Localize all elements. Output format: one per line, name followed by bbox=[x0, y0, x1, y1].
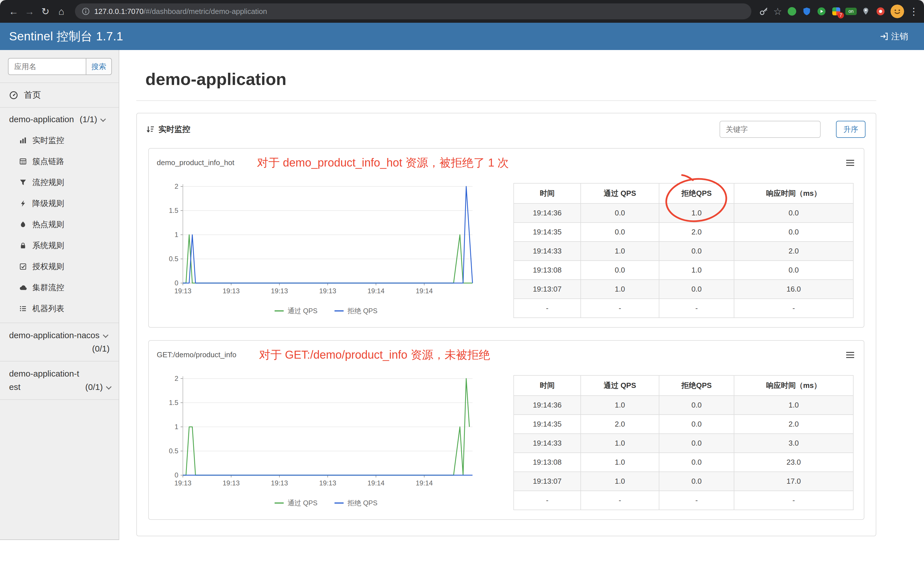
legend-item[interactable]: 拒绝 QPS bbox=[334, 306, 377, 316]
extension-icon-pin[interactable] bbox=[861, 6, 871, 16]
sidebar-item-hotspot-rules[interactable]: 热点规则 bbox=[0, 214, 119, 235]
url-bar[interactable]: 127.0.0.1:7070/#/dashboard/metric/demo-a… bbox=[75, 3, 752, 19]
sidebar-item-cluster-link[interactable]: 簇点链路 bbox=[0, 151, 119, 172]
extension-icon-play[interactable] bbox=[817, 6, 826, 16]
resource-name: demo_product_info_hot bbox=[157, 158, 234, 167]
sidebar-item-demo-application-test[interactable]: demo-application-test (0/1) bbox=[0, 361, 119, 400]
sidebar-item-label: 授权规则 bbox=[32, 261, 64, 272]
legend-marker bbox=[274, 502, 284, 504]
extension-icon-shield[interactable] bbox=[802, 6, 812, 16]
legend-label: 拒绝 QPS bbox=[348, 306, 377, 316]
svg-text:19:13: 19:13 bbox=[319, 287, 336, 295]
sidebar-item-home[interactable]: 首页 bbox=[0, 83, 119, 108]
svg-text:19:14: 19:14 bbox=[416, 287, 433, 295]
table-row: 19:14:361.00.01.0 bbox=[514, 396, 853, 415]
search-button[interactable]: 搜索 bbox=[86, 58, 112, 75]
sidebar-item-cluster-flow[interactable]: 集群流控 bbox=[0, 277, 119, 298]
extension-icon-red[interactable] bbox=[876, 6, 885, 16]
svg-text:19:14: 19:14 bbox=[368, 287, 384, 295]
table-cell: - bbox=[514, 491, 581, 510]
sort-ascending-button[interactable]: 升序 bbox=[836, 121, 866, 138]
table-cell: 0.0 bbox=[734, 203, 853, 223]
svg-text:1: 1 bbox=[175, 423, 178, 430]
extension-icon-grid[interactable]: 7 bbox=[831, 6, 841, 16]
table-cell: 1.0 bbox=[734, 396, 853, 415]
table-column-header: 时间 bbox=[514, 183, 581, 203]
forward-button[interactable]: → bbox=[22, 3, 38, 19]
table-cell: 1.0 bbox=[581, 280, 659, 299]
sidebar-item-label: 机器列表 bbox=[32, 303, 64, 314]
qps-chart-container: 00.511.5219:1319:1319:1319:1319:1419:14 … bbox=[156, 367, 496, 508]
table-cell: 2.0 bbox=[734, 415, 853, 434]
sidebar-item-machine-list[interactable]: 机器列表 bbox=[0, 298, 119, 319]
legend-item[interactable]: 通过 QPS bbox=[274, 306, 318, 316]
bookmark-star-icon[interactable]: ☆ bbox=[774, 6, 782, 16]
svg-text:1.5: 1.5 bbox=[169, 207, 178, 214]
table-cell: - bbox=[581, 491, 659, 510]
table-cell: 3.0 bbox=[734, 434, 853, 453]
sidebar-item-label: 流控规则 bbox=[32, 177, 64, 188]
browser-menu-icon[interactable]: ⋮ bbox=[909, 6, 918, 16]
sidebar-item-system-rules[interactable]: 系统规则 bbox=[0, 235, 119, 256]
table-header-row: 时间通过 QPS拒绝QPS响应时间（ms） bbox=[514, 183, 853, 203]
resource-card-get-demo-product-info: GET:/demo/product_info 对于 GET:/demo/prod… bbox=[148, 340, 864, 520]
app-header: Sentinel 控制台 1.7.1 注销 bbox=[0, 23, 924, 50]
back-button[interactable]: ← bbox=[6, 3, 22, 19]
table-cell: 19:14:36 bbox=[514, 203, 581, 223]
table-cell: 19:13:08 bbox=[514, 453, 581, 472]
table-column-header: 时间 bbox=[514, 375, 581, 396]
svg-text:19:13: 19:13 bbox=[271, 287, 288, 295]
svg-text:19:13: 19:13 bbox=[174, 287, 191, 295]
legend-label: 拒绝 QPS bbox=[348, 498, 377, 508]
table-row: 19:13:071.00.016.0 bbox=[514, 280, 853, 299]
table-cell: 23.0 bbox=[734, 453, 853, 472]
sidebar-item-realtime-metrics[interactable]: 实时监控 bbox=[0, 130, 119, 151]
extension-icon-on[interactable]: on bbox=[846, 6, 856, 16]
reload-button[interactable]: ↻ bbox=[38, 3, 53, 19]
svg-text:0: 0 bbox=[175, 471, 178, 479]
divider bbox=[136, 100, 876, 101]
lock-icon bbox=[19, 242, 27, 249]
table-column-header: 拒绝QPS bbox=[659, 375, 734, 396]
table-cell: 2.0 bbox=[659, 223, 734, 242]
key-icon[interactable] bbox=[759, 7, 768, 16]
legend-marker bbox=[334, 310, 344, 311]
keyword-input[interactable] bbox=[720, 121, 820, 138]
sidebar-item-demo-application[interactable]: demo-application(1/1) bbox=[0, 108, 119, 130]
svg-text:0.5: 0.5 bbox=[169, 255, 178, 263]
app-search-input[interactable] bbox=[8, 58, 86, 75]
annotation-text: 对于 GET:/demo/product_info 资源，未被拒绝 bbox=[259, 347, 490, 362]
sidebar-item-flow-rules[interactable]: 流控规则 bbox=[0, 172, 119, 193]
extension-icon-green[interactable] bbox=[787, 6, 797, 16]
browser-chrome: ← → ↻ ⌂ 127.0.0.1:7070/#/dashboard/metri… bbox=[0, 0, 924, 23]
svg-text:1.5: 1.5 bbox=[169, 399, 178, 406]
legend-label: 通过 QPS bbox=[288, 306, 318, 316]
info-icon[interactable] bbox=[82, 8, 90, 15]
table-row: 19:14:331.00.03.0 bbox=[514, 434, 853, 453]
card-menu-icon[interactable] bbox=[844, 158, 856, 168]
bolt-icon bbox=[19, 200, 27, 207]
annotation-text: 对于 demo_product_info_hot 资源，被拒绝了 1 次 bbox=[257, 155, 509, 170]
app-title: Sentinel 控制台 1.7.1 bbox=[9, 29, 123, 44]
logout-button[interactable]: 注销 bbox=[876, 30, 912, 43]
home-button[interactable]: ⌂ bbox=[53, 3, 69, 19]
profile-avatar[interactable] bbox=[891, 5, 904, 18]
table-cell: 1.0 bbox=[581, 396, 659, 415]
sidebar-item-label: 热点规则 bbox=[32, 219, 64, 230]
url-host: 127.0.0.1:7070 bbox=[94, 7, 144, 16]
table-row: ---- bbox=[514, 491, 853, 510]
table-cell: 2.0 bbox=[734, 242, 853, 260]
sidebar-item-degrade-rules[interactable]: 降级规则 bbox=[0, 193, 119, 214]
table-cell: 0.0 bbox=[659, 280, 734, 299]
table-column-header: 响应时间（ms） bbox=[734, 183, 853, 203]
svg-text:19:13: 19:13 bbox=[271, 479, 288, 487]
app-submenu: 实时监控 簇点链路 流控规则 降级规则 bbox=[0, 130, 119, 323]
svg-text:2: 2 bbox=[175, 375, 178, 382]
legend-item[interactable]: 通过 QPS bbox=[274, 498, 318, 508]
sidebar-item-label: 系统规则 bbox=[32, 240, 64, 251]
legend-item[interactable]: 拒绝 QPS bbox=[334, 498, 377, 508]
sidebar-item-authority-rules[interactable]: 授权规则 bbox=[0, 256, 119, 277]
legend-label: 通过 QPS bbox=[288, 498, 318, 508]
card-menu-icon[interactable] bbox=[844, 350, 856, 360]
sidebar-item-demo-application-nacos[interactable]: demo-application-nacos (0/1) bbox=[0, 323, 119, 361]
